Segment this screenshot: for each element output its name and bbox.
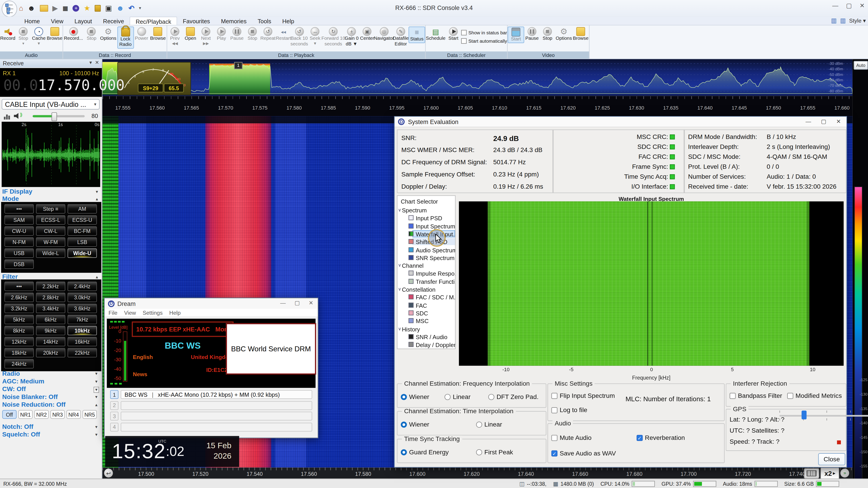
checkbox-startautomatically[interactable]: Start automatically xyxy=(461,38,507,43)
filter-button-2.4khz[interactable]: 2.4kHz xyxy=(68,282,97,291)
radio-row-squelchoff[interactable]: Squelch: Off xyxy=(2,431,40,437)
mode-button-am[interactable]: AM xyxy=(68,204,97,214)
menu-tab-favourites[interactable]: Favourites xyxy=(177,17,215,25)
radio-row-radio[interactable]: Radio xyxy=(2,370,20,377)
nr-button-nr5[interactable]: NR5 xyxy=(83,410,97,419)
nr-button-nr1[interactable]: NR1 xyxy=(18,410,33,419)
checkbox-modifiedmetrics[interactable] xyxy=(787,393,793,399)
auto-button[interactable]: Auto xyxy=(854,61,868,70)
ribbon-button-restart[interactable]: ◀◀Restart xyxy=(276,27,291,42)
top-spectrum-display[interactable]: 13 57 9 +20+40+60 S9+29 65.5 1 SW 16m 17… xyxy=(102,59,852,116)
ribbon-button-schedule[interactable]: ▤Schedule xyxy=(426,27,445,42)
mode-button-dsb[interactable]: DSB xyxy=(4,260,34,269)
filter-button-2.8khz[interactable]: 2.8kHz xyxy=(36,293,65,302)
ribbon-button-browse[interactable]: Browse xyxy=(149,27,166,42)
radio-guardenergy[interactable] xyxy=(401,449,407,455)
radio-wiener[interactable] xyxy=(401,422,407,428)
ribbon-button-seek[interactable]: ↔Seek▼ xyxy=(307,27,323,46)
maximize-button[interactable]: ▢ xyxy=(846,2,852,9)
mode-button-[interactable]: ••• xyxy=(4,204,34,214)
display-icon[interactable]: ▥ xyxy=(831,17,837,24)
pane-close-icon[interactable]: ✕ xyxy=(95,60,99,65)
ribbon-button-center[interactable]: ▣Center xyxy=(360,27,375,42)
receive-pane-header[interactable]: Receive ▾ ✕ xyxy=(0,59,102,68)
ribbon-button-stop[interactable]: Stop xyxy=(245,27,260,42)
row-expand-icon[interactable]: ▾ xyxy=(94,387,99,393)
row-expand-icon[interactable]: ▾ xyxy=(95,379,97,384)
mode-button-cwu[interactable]: CW-U xyxy=(4,226,34,236)
checkbox-bandpassfilter[interactable] xyxy=(730,393,736,399)
minimize-button[interactable]: — xyxy=(832,2,838,9)
mode-button-ecssl[interactable]: ECSS-L xyxy=(36,215,65,225)
mode-button-widel[interactable]: Wide-L xyxy=(36,249,65,258)
volume-slider-thumb[interactable] xyxy=(52,112,57,121)
checkbox-showinstatusbar[interactable]: Show in status bar xyxy=(461,30,507,35)
radio-row-agcmedium[interactable]: AGC: Medium xyxy=(2,378,44,385)
nr-button-nr2[interactable]: NR2 xyxy=(34,410,49,419)
speaker-icon[interactable] xyxy=(14,113,20,119)
display2-icon[interactable]: ▥ xyxy=(840,17,846,24)
ribbon-button-prev[interactable]: Prev◀◀ xyxy=(167,27,183,46)
ribbon-button-open[interactable]: Open xyxy=(183,27,198,42)
menu-tab-receive[interactable]: Receive xyxy=(97,17,129,25)
dream-menu-view[interactable]: View xyxy=(124,310,136,316)
service-number[interactable]: 3 xyxy=(110,412,119,420)
ribbon-button-status[interactable]: ≡Status xyxy=(408,27,425,43)
tuned-frequency[interactable]: 00.017.570.000 xyxy=(3,77,125,93)
menu-tab-view[interactable]: View xyxy=(45,17,69,25)
menu-tab-memories[interactable]: Memories xyxy=(215,17,252,25)
dropdown-arrow-icon[interactable]: ▾ xyxy=(22,41,24,45)
nr-button-nr4[interactable]: NR4 xyxy=(66,410,81,419)
checkbox-box[interactable] xyxy=(461,38,467,43)
ribbon-button-browse[interactable]: Browse xyxy=(46,27,63,42)
waterfall-frequency-ruler[interactable]: ↩ x2▸ » 17.50017.52017.54017.56017.58017… xyxy=(102,467,852,479)
ribbon-button-gain0[interactable]: ±Gain 0dB ▼ xyxy=(344,27,360,47)
menu-tab-help[interactable]: Help xyxy=(277,17,300,25)
ribbon-button-datafile[interactable]: ✎DatafileEditor xyxy=(393,27,409,47)
ribbon-button-record[interactable]: Record... xyxy=(63,27,84,42)
ribbon-button-start[interactable]: Start xyxy=(508,27,524,43)
filter-button-10khz[interactable]: 10kHz xyxy=(68,326,97,335)
checkbox-muteaudio[interactable] xyxy=(551,435,557,441)
ribbon-button-lock[interactable]: LockRadio xyxy=(117,27,133,48)
service-number[interactable]: 4 xyxy=(110,422,119,431)
syseval-close-action-button[interactable]: Close xyxy=(818,453,845,465)
dream-menu-help[interactable]: Help xyxy=(169,310,181,316)
filter-button-14khz[interactable]: 14kHz xyxy=(36,337,65,346)
menu-tab-home[interactable]: Home xyxy=(19,17,45,25)
checkbox-logtofile[interactable] xyxy=(551,407,557,413)
ribbon-button-play[interactable]: Play xyxy=(214,27,229,42)
mode-button-nfm[interactable]: N-FM xyxy=(4,237,34,247)
filter-button-22khz[interactable]: 22kHz xyxy=(68,348,97,357)
ribbon-button-options[interactable]: ⚙Options xyxy=(555,27,572,42)
ribbon-button-next[interactable]: Next▶▶ xyxy=(198,27,214,46)
filter-button-[interactable]: ••• xyxy=(4,282,34,291)
frequency-display[interactable]: RX 1 100 - 10100 Hz 00.017.570.000 xyxy=(0,68,102,97)
filter-button-20khz[interactable]: 20kHz xyxy=(36,348,65,357)
row-expand-icon[interactable]: ▴ xyxy=(95,402,97,407)
ribbon-button-stop[interactable]: Stop xyxy=(84,27,99,42)
mode-button-ecssu[interactable]: ECSS-U xyxy=(68,215,97,225)
filter-header[interactable]: Filter xyxy=(2,273,18,280)
checkbox-reverberation[interactable]: ✓ xyxy=(637,435,643,441)
mode-header[interactable]: Mode xyxy=(2,195,19,202)
radio-linear[interactable] xyxy=(445,394,451,400)
checkbox-saveaudioaswav[interactable]: ✓ xyxy=(551,450,557,456)
zoom-level-button[interactable]: x2▸ xyxy=(820,467,839,479)
dream-close-button[interactable]: ✕ xyxy=(309,300,313,306)
radio-row-notchoff[interactable]: Notch: Off xyxy=(2,423,33,430)
filter-button-2.2khz[interactable]: 2.2kHz xyxy=(36,282,65,291)
service-row[interactable] xyxy=(121,422,312,431)
dream-menu-file[interactable]: File xyxy=(108,310,117,316)
nr-button-nr3[interactable]: NR3 xyxy=(51,410,65,419)
menu-tab-recplayback[interactable]: Rec/Playback xyxy=(129,17,177,25)
filter-button-12khz[interactable]: 12kHz xyxy=(4,337,34,346)
ribbon-button-pause[interactable]: Pause xyxy=(229,27,245,42)
ribbon-button-options[interactable]: ⚙Options xyxy=(99,27,117,42)
filter-button-24khz[interactable]: 24kHz xyxy=(4,359,34,368)
ribbon-button-forward10[interactable]: ↻Forward 10seconds xyxy=(323,27,344,47)
pane-collapse-icon[interactable]: ▾ xyxy=(89,60,92,65)
dropdown-arrow-icon[interactable]: ▼ xyxy=(37,41,41,45)
checkbox-box[interactable] xyxy=(461,30,467,35)
filter-button-9khz[interactable]: 9kHz xyxy=(36,326,65,335)
